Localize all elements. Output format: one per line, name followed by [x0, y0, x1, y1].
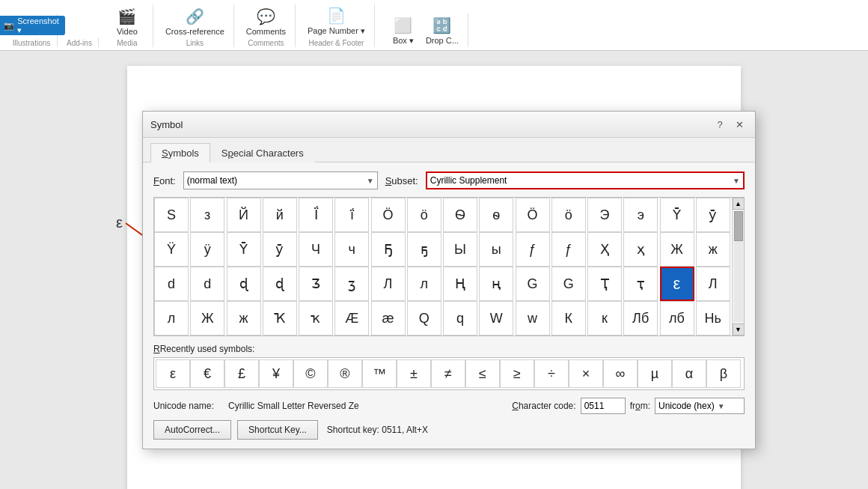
recently-used-cell[interactable]: ® — [328, 359, 362, 388]
symbol-cell[interactable]: Нь — [696, 301, 730, 335]
symbol-cell[interactable]: ҡ — [299, 301, 333, 335]
symbol-cell[interactable]: ƒ — [551, 232, 586, 267]
symbol-cell[interactable]: ч — [334, 232, 369, 267]
symbol-cell[interactable]: ң — [479, 267, 513, 301]
recently-used-cell[interactable]: µ — [638, 359, 672, 388]
subset-select[interactable]: Cyrillic Supplement ▼ — [426, 171, 745, 189]
grid-scrollbar[interactable]: ▲ ▼ — [732, 198, 744, 335]
symbol-cell[interactable]: Ҳ — [587, 232, 622, 267]
drop-cap-button[interactable]: 🔡 Drop C... — [423, 13, 462, 47]
symbol-cell[interactable]: ҭ — [623, 267, 658, 301]
symbol-cell[interactable]: Ң — [443, 267, 477, 301]
recently-used-cell[interactable]: ≥ — [500, 359, 534, 388]
page-number-button[interactable]: 📄 Page Number ▾ — [305, 4, 368, 37]
symbol-cell[interactable]: лб — [660, 301, 694, 335]
symbol-cell[interactable]: ѳ — [479, 198, 513, 232]
symbol-cell[interactable]: W — [479, 301, 513, 335]
symbol-cell[interactable]: Ҭ — [587, 267, 622, 301]
symbol-cell[interactable]: G — [516, 267, 550, 301]
font-select[interactable]: (normal text) ▼ — [183, 171, 378, 189]
symbol-cell[interactable]: Ы — [443, 232, 477, 267]
symbol-cell[interactable]: ḯ — [334, 198, 369, 232]
symbol-cell[interactable]: ɖ — [263, 267, 297, 301]
tab-symbols[interactable]: Symbols — [150, 143, 210, 163]
recently-used-cell[interactable]: × — [569, 359, 603, 388]
symbol-cell[interactable]: ж — [696, 232, 730, 267]
recently-used-cell[interactable]: © — [293, 359, 328, 388]
symbol-cell[interactable]: й — [263, 198, 297, 232]
recently-used-cell[interactable]: ™ — [362, 359, 397, 388]
symbol-cell[interactable]: Ḯ — [299, 198, 333, 232]
recently-used-cell[interactable]: ± — [397, 359, 431, 388]
scrollbar-thumb[interactable] — [734, 211, 743, 241]
symbol-cell[interactable]: Лб — [623, 301, 658, 335]
recently-used-cell[interactable]: € — [190, 359, 224, 388]
symbol-cell[interactable]: Ж — [190, 301, 224, 335]
box-button[interactable]: ⬜ Box ▾ — [384, 13, 423, 47]
symbol-cell[interactable]: Э — [587, 198, 622, 232]
screenshot-button[interactable]: 📷 Screenshot ▾ — [12, 13, 51, 37]
symbol-cell[interactable]: Æ — [334, 301, 369, 335]
recently-used-cell[interactable]: ÷ — [534, 359, 569, 388]
symbol-cell[interactable]: Л — [696, 267, 730, 301]
symbol-cell[interactable]: ÿ — [190, 232, 224, 267]
recently-used-cell[interactable]: ε — [156, 359, 190, 388]
symbol-cell[interactable]: Ʒ — [299, 267, 333, 301]
screenshot-badge[interactable]: 📷 Screenshot ▾ — [0, 16, 65, 35]
symbol-cell[interactable]: з — [190, 198, 224, 232]
symbol-cell[interactable]: л — [407, 267, 441, 301]
symbol-cell[interactable]: Q — [407, 301, 441, 335]
video-button[interactable]: 🎬 Video — [108, 4, 147, 37]
dialog-close-button[interactable]: ✕ — [731, 116, 748, 133]
scrollbar-up-button[interactable]: ▲ — [733, 198, 745, 210]
symbol-cell[interactable]: к — [587, 301, 622, 335]
symbol-cell[interactable]: ȳ — [263, 232, 297, 267]
symbol-cell[interactable]: ҳ — [623, 232, 658, 267]
symbol-cell[interactable]: G — [551, 267, 586, 301]
recently-used-cell[interactable]: ∞ — [603, 359, 638, 388]
from-select[interactable]: Unicode (hex) ▼ — [655, 398, 745, 414]
symbol-cell[interactable]: Ѕ — [154, 198, 189, 232]
symbol-cell[interactable]: ʒ — [334, 267, 369, 301]
symbol-cell[interactable]: ж — [227, 301, 261, 335]
tab-special-characters[interactable]: Special Characters — [210, 143, 315, 163]
shortcut-key-button[interactable]: Shortcut Key... — [237, 420, 318, 440]
recently-used-cell[interactable]: £ — [224, 359, 259, 388]
symbol-cell[interactable]: К — [551, 301, 586, 335]
symbol-cell[interactable]: Ж — [660, 232, 694, 267]
symbol-cell[interactable]: ȳ — [696, 198, 730, 232]
symbol-cell[interactable]: л — [154, 301, 189, 335]
symbol-cell[interactable]: ƒ — [516, 232, 550, 267]
recently-used-cell[interactable]: ≠ — [431, 359, 465, 388]
symbol-cell[interactable]: Ȳ — [227, 232, 261, 267]
symbol-cell[interactable]: d — [190, 267, 224, 301]
recently-used-cell[interactable]: ≤ — [465, 359, 500, 388]
symbol-cell[interactable]: Ѳ — [443, 198, 477, 232]
symbol-cell[interactable]: Ÿ — [154, 232, 189, 267]
symbol-cell[interactable]: ε — [660, 267, 694, 301]
symbol-cell[interactable]: d — [154, 267, 189, 301]
recently-used-cell[interactable]: ¥ — [259, 359, 293, 388]
autocorrect-button[interactable]: AutoCorrect... — [153, 420, 231, 440]
symbol-cell[interactable]: Л — [371, 267, 406, 301]
char-code-input[interactable] — [581, 398, 626, 414]
symbol-cell[interactable]: Ö — [371, 198, 406, 232]
recently-used-cell[interactable]: α — [672, 359, 706, 388]
recently-used-cell[interactable]: β — [706, 359, 741, 388]
symbol-cell[interactable]: æ — [371, 301, 406, 335]
symbol-cell[interactable]: Ч — [299, 232, 333, 267]
symbol-cell[interactable]: w — [516, 301, 550, 335]
symbol-cell[interactable]: ö — [407, 198, 441, 232]
comments-button[interactable]: 💬 Comments — [243, 4, 289, 37]
symbol-cell[interactable]: э — [623, 198, 658, 232]
symbol-cell[interactable]: Ȳ — [660, 198, 694, 232]
symbol-cell[interactable]: ö — [551, 198, 586, 232]
dialog-help-button[interactable]: ? — [712, 116, 728, 133]
symbol-cell[interactable]: Ҕ — [371, 232, 406, 267]
symbol-cell[interactable]: q — [443, 301, 477, 335]
symbol-cell[interactable]: ɖ — [227, 267, 261, 301]
symbol-cell[interactable]: Ö — [516, 198, 550, 232]
symbol-cell[interactable]: ҕ — [407, 232, 441, 267]
cross-reference-button[interactable]: 🔗 Cross-reference — [162, 4, 227, 37]
symbol-cell[interactable]: Й — [227, 198, 261, 232]
